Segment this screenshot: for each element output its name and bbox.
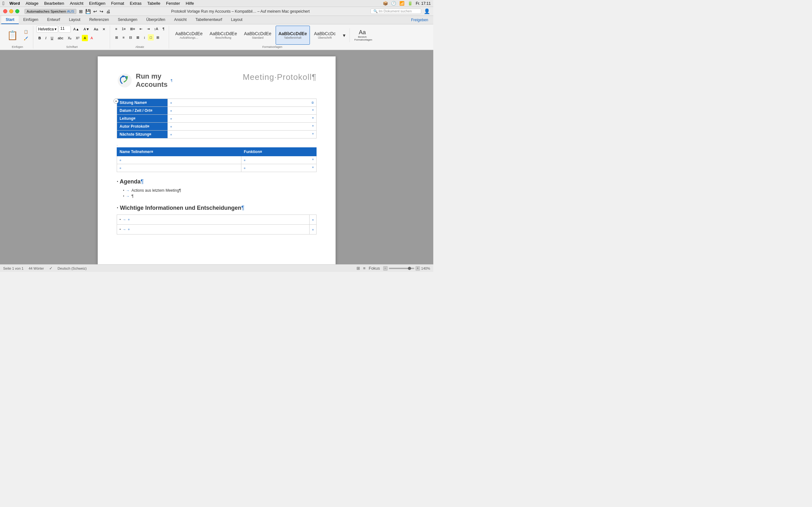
table-add-button[interactable]: + — [113, 99, 119, 104]
menu-tabelle[interactable]: Tabelle — [145, 0, 163, 6]
bereich-formatvorlagen-btn[interactable]: Aa Bereich Formatvorlagen — [352, 28, 372, 43]
language-indicator[interactable]: Deutsch (Schweiz) — [58, 267, 87, 270]
strikethrough-button[interactable]: abc — [56, 35, 65, 41]
align-center-btn[interactable]: ≡ — [120, 34, 126, 41]
tab-start[interactable]: Start — [1, 16, 19, 24]
tab-ueberprufen[interactable]: Überprüfen — [142, 16, 170, 24]
decrease-font-btn[interactable]: A▼ — [82, 26, 91, 32]
paste-button[interactable]: 📋 — [21, 29, 31, 35]
menu-einfuegen[interactable]: Einfügen — [87, 0, 108, 6]
justify-btn[interactable]: ⊠ — [135, 34, 141, 41]
info-box-cell-2[interactable]: • → ¤ — [117, 224, 310, 234]
decrease-indent-btn[interactable]: ⇤ — [138, 26, 144, 32]
tab-tabellenentwurf[interactable]: Tabellenentwurf — [191, 16, 226, 24]
zoom-slider[interactable] — [389, 268, 414, 269]
toolbar-icon-redo[interactable]: ↪ — [100, 9, 103, 14]
wichtige-heading: · Wichtige Informationen und Entscheidun… — [117, 205, 316, 211]
borders-btn[interactable]: ⊞ — [154, 34, 161, 41]
font-color-btn[interactable]: A — [89, 35, 95, 41]
increase-font-btn[interactable]: A▲ — [71, 26, 81, 32]
styles-more-btn[interactable]: ▾ — [340, 32, 349, 39]
label-sitzung-name: Sitzung Name¤ — [117, 99, 168, 107]
layout-view-icon[interactable]: ⊞ — [357, 266, 360, 271]
line-spacing-btn[interactable]: ↕ — [142, 34, 148, 41]
numbered-list-btn[interactable]: 1≡ — [120, 26, 128, 32]
close-button[interactable] — [3, 9, 7, 13]
align-right-btn[interactable]: ⊟ — [127, 34, 134, 41]
apple-menu[interactable]:  — [3, 1, 4, 6]
user-icon[interactable]: 👤 — [424, 8, 430, 14]
menu-bearbeiten[interactable]: Bearbeiten — [42, 0, 67, 6]
share-button[interactable]: Freigeben — [407, 17, 432, 23]
toolbar-icon-print[interactable]: 🖨 — [106, 9, 110, 14]
italic-button[interactable]: I — [44, 35, 48, 41]
sort-btn[interactable]: ↕A — [152, 26, 160, 32]
tab-layout[interactable]: Layout — [64, 16, 85, 24]
style-ueberschrift[interactable]: AaBbCcDc Überschrift — [311, 26, 339, 45]
spelling-check-icon[interactable]: ✓ — [49, 266, 53, 271]
style-beschriftung[interactable]: AaBbCcDdEe Beschriftung — [207, 26, 240, 45]
tab-layout2[interactable]: Layout — [226, 16, 247, 24]
toolbar-icon-undo[interactable]: ↩ — [93, 9, 97, 14]
clear-format-btn[interactable]: ✕ — [101, 26, 107, 32]
tab-sendungen[interactable]: Sendungen — [113, 16, 142, 24]
bullet-list-btn[interactable]: ≡ — [113, 26, 119, 32]
toolbar-icon-save[interactable]: 💾 — [85, 9, 91, 14]
minimize-button[interactable] — [9, 9, 13, 13]
toolbar-icon-print-layout[interactable]: ⊞ — [79, 9, 83, 14]
focus-button[interactable]: Fokus — [368, 266, 380, 271]
text-highlight-btn[interactable]: A — [82, 35, 88, 41]
menu-ablage[interactable]: Ablage — [23, 0, 41, 6]
underline-button[interactable]: U — [49, 35, 55, 41]
document-area[interactable]: Run my Accounts ¶ Meeting·Protokoll¶ + S… — [0, 50, 433, 264]
tab-entwurf[interactable]: Entwurf — [43, 16, 65, 24]
value-autor[interactable]: ¤ ¤ — [168, 122, 316, 130]
participant-funktion-1[interactable]: ¤ ¤ — [241, 156, 316, 164]
style-aufzaehlung[interactable]: AaBbCcDdEe Aufzählungs… — [172, 26, 205, 45]
style-tabelleninhalt[interactable]: AaBbCcDdEe Tabelleninhalt — [275, 26, 310, 45]
menu-ansicht[interactable]: Ansicht — [67, 0, 86, 6]
tab-einfuegen[interactable]: Einfügen — [19, 16, 43, 24]
table-row: Datum / Zeit / Ort¤ ¤ ¤ — [117, 107, 316, 114]
zoom-thumb[interactable] — [408, 267, 411, 270]
shading-btn[interactable]: □ — [148, 34, 154, 41]
align-left-btn[interactable]: ⊞ — [113, 34, 120, 41]
menu-format[interactable]: Format — [108, 0, 126, 6]
autosave-toggle[interactable]: Automatisches Speichern AUS — [24, 9, 77, 14]
zoom-out-button[interactable]: − — [383, 266, 388, 271]
participant-name-2[interactable]: ¤ — [117, 164, 241, 172]
table-row: • → ¤ ¤ — [117, 224, 316, 234]
show-formatting-btn[interactable]: ¶ — [161, 26, 166, 32]
participant-name-1[interactable]: ¤ — [117, 156, 241, 164]
subscript-button[interactable]: X₂ — [66, 35, 73, 41]
value-leitung[interactable]: ¤ ¤ — [168, 114, 316, 122]
format-painter[interactable]: 🖌️ — [21, 36, 31, 42]
fullscreen-button[interactable] — [15, 9, 19, 13]
menu-fenster[interactable]: Fenster — [163, 0, 183, 6]
font-size-selector[interactable]: 11 — [59, 26, 71, 33]
menu-extras[interactable]: Extras — [127, 0, 144, 6]
info-bullet-2: • → ¤ — [119, 228, 307, 231]
value-naechste-sitzung[interactable]: ¤ ¤ — [168, 130, 316, 138]
ribbon-group-font: Helvetica ▾ 11 A▲ A▼ Aa ✕ B I U abc — [34, 26, 110, 49]
font-name-selector[interactable]: Helvetica ▾ — [37, 26, 58, 33]
value-datum[interactable]: ¤ ¤ — [168, 107, 316, 114]
document-search-box[interactable]: 🔍 Im Dokument suchen — [370, 9, 421, 14]
participant-funktion-2[interactable]: ¤ ¤ — [241, 164, 316, 172]
tab-referenzen[interactable]: Referenzen — [85, 16, 113, 24]
menu-word[interactable]: Word — [7, 0, 22, 6]
style-standard[interactable]: AaBbCcDdEe Standard — [241, 26, 274, 45]
zoom-in-button[interactable]: + — [415, 266, 420, 271]
increase-indent-btn[interactable]: ⇥ — [145, 26, 152, 32]
menu-hilfe[interactable]: Hilfe — [183, 0, 196, 6]
change-case-btn[interactable]: Aa — [92, 26, 100, 32]
search-icon: 🔍 — [373, 9, 378, 13]
outline-view-icon[interactable]: ≡ — [363, 266, 366, 271]
tab-ansicht[interactable]: Ansicht — [170, 16, 191, 24]
superscript-button[interactable]: X² — [74, 35, 81, 41]
einfuegen-button[interactable]: 📋 — [4, 30, 20, 41]
info-box-cell-1[interactable]: • → ¤ — [117, 215, 310, 224]
value-sitzung-name[interactable]: ¤ ¤ — [168, 99, 316, 107]
bold-button[interactable]: B — [37, 35, 43, 41]
multilevel-list-btn[interactable]: ⊞≡ — [128, 26, 137, 32]
